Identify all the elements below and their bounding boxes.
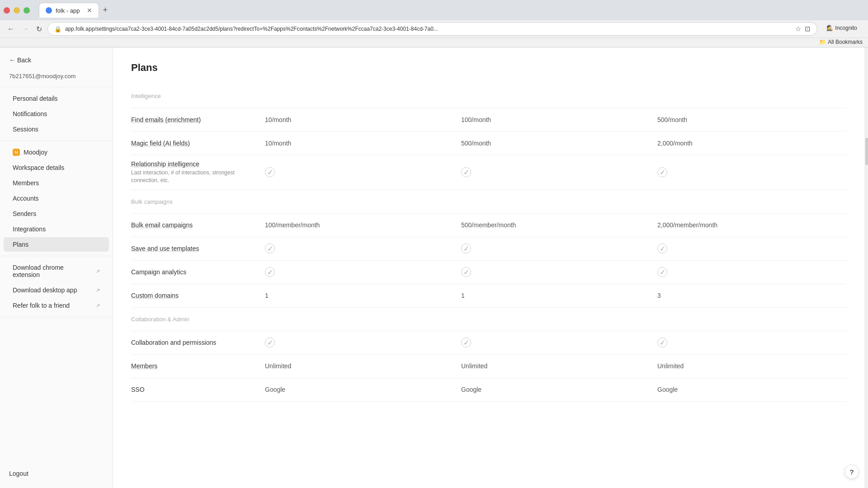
sidebar-label-accounts: Accounts xyxy=(13,195,39,202)
feature-link-magic-field[interactable]: Magic field (AI fields) xyxy=(131,140,190,147)
check-icon: ✓ xyxy=(657,244,667,253)
check-icon: ✓ xyxy=(461,167,471,177)
sidebar-item-integrations[interactable]: Integrations xyxy=(4,222,109,236)
sidebar-divider-2 xyxy=(0,256,113,256)
window-controls xyxy=(4,7,30,14)
feature-link-members[interactable]: Members xyxy=(131,362,157,370)
feature-link-find-emails[interactable]: Find emails (enrichment) xyxy=(131,116,201,123)
feature-name-collab-perms: Collaboration and permissions xyxy=(131,333,258,352)
section-label-intelligence: Intelligence xyxy=(131,87,258,105)
sidebar-item-chrome-extension[interactable]: Download chrome extension ↗ xyxy=(4,260,109,282)
active-tab[interactable]: folk - app ✕ xyxy=(39,3,99,18)
section-header-intelligence: Intelligence xyxy=(131,84,846,108)
feature-name-analytics: Campaign analytics xyxy=(131,263,258,281)
close-button[interactable] xyxy=(4,7,10,14)
feature-row-domains: Custom domains 1 1 3 xyxy=(131,284,846,308)
feature-link-rel-intelligence[interactable]: Relationship intelligence xyxy=(131,160,199,168)
scrollbar[interactable] xyxy=(864,47,868,488)
feature-name-templates: Save and use templates xyxy=(131,239,258,258)
sidebar-label-integrations: Integrations xyxy=(13,225,46,233)
sidebar: ← Back 7b217651@moodjoy.com Personal det… xyxy=(0,47,113,488)
help-button[interactable]: ? xyxy=(844,465,859,479)
new-tab-button[interactable]: + xyxy=(99,4,111,17)
sidebar-divider-1 xyxy=(0,141,113,141)
logout-link[interactable]: Logout xyxy=(0,466,113,481)
feature-value-members-2: Unlimited xyxy=(454,357,650,375)
sidebar-label-senders: Senders xyxy=(13,210,36,217)
external-link-icon-chrome: ↗ xyxy=(96,268,100,274)
sidebar-item-workspace-name[interactable]: M Moodjoy xyxy=(4,145,109,160)
feature-value-sso-2: Google xyxy=(454,380,650,399)
sidebar-item-personal-details[interactable]: Personal details xyxy=(4,91,109,106)
feature-link-domains[interactable]: Custom domains xyxy=(131,292,179,299)
section-label-bulk: Bulk campaigns xyxy=(131,193,258,211)
sidebar-item-notifications[interactable]: Notifications xyxy=(4,107,109,121)
sidebar-item-sessions[interactable]: Sessions xyxy=(4,122,109,136)
maximize-button[interactable] xyxy=(24,7,30,14)
feature-value-domains-2: 1 xyxy=(454,286,650,305)
back-arrow-icon: ← xyxy=(9,56,17,64)
profile-button[interactable]: ⊡ xyxy=(805,25,811,33)
feature-value-collab-2: ✓ xyxy=(454,332,650,353)
section-label-collab: Collaboration & Admin xyxy=(131,310,258,328)
section-bulk-campaigns: Bulk campaigns Bulk email campaigns 100/… xyxy=(131,190,846,308)
address-bar: ← → ↻ 🔒 app.folk.app/settings/ccaa7ca2-3… xyxy=(0,20,868,38)
feature-link-templates[interactable]: Save and use templates xyxy=(131,245,199,252)
feature-value-rel-1: ✓ xyxy=(258,162,454,183)
sidebar-item-desktop-app[interactable]: Download desktop app ↗ xyxy=(4,283,109,297)
title-bar: folk - app ✕ + xyxy=(0,0,868,20)
feature-link-bulk-email[interactable]: Bulk email campaigns xyxy=(131,221,193,229)
feature-row-analytics: Campaign analytics ✓ ✓ ✓ xyxy=(131,261,846,284)
sidebar-label-personal-details: Personal details xyxy=(13,95,58,102)
bookmarks-folder-icon: 📁 xyxy=(819,39,826,45)
all-bookmarks[interactable]: 📁 All Bookmarks xyxy=(819,39,863,45)
feature-value-bulk-1: 100/member/month xyxy=(258,216,454,234)
feature-value-members-3: Unlimited xyxy=(650,357,846,375)
feature-value-domains-3: 3 xyxy=(650,286,846,305)
sidebar-item-workspace-details[interactable]: Workspace details xyxy=(4,160,109,175)
minimize-button[interactable] xyxy=(14,7,20,14)
back-link[interactable]: ← Back xyxy=(0,55,113,71)
sidebar-label-plans: Plans xyxy=(13,241,28,248)
sidebar-item-plans[interactable]: Plans xyxy=(4,237,109,252)
tab-close-button[interactable]: ✕ xyxy=(87,7,92,14)
scroll-thumb[interactable] xyxy=(865,138,868,165)
lock-icon: 🔒 xyxy=(54,26,61,33)
sidebar-item-refer[interactable]: Refer folk to a friend ↗ xyxy=(4,298,109,313)
sidebar-label-members: Members xyxy=(13,179,39,187)
feature-value-bulk-2: 500/member/month xyxy=(454,216,650,234)
url-bar[interactable]: 🔒 app.folk.app/settings/ccaa7ca2-3ce3-40… xyxy=(47,22,817,36)
url-text: app.folk.app/settings/ccaa7ca2-3ce3-4001… xyxy=(65,26,792,32)
back-nav-button[interactable]: ← xyxy=(5,23,16,35)
tab-bar: folk - app ✕ + xyxy=(35,3,115,18)
bookmark-star-button[interactable]: ☆ xyxy=(795,25,801,33)
sidebar-item-members[interactable]: Members xyxy=(4,176,109,190)
sidebar-item-accounts[interactable]: Accounts xyxy=(4,191,109,206)
check-icon: ✓ xyxy=(657,167,667,177)
url-actions: ☆ ⊡ xyxy=(795,25,811,33)
check-icon: ✓ xyxy=(265,244,275,253)
feature-value-collab-3: ✓ xyxy=(650,332,846,353)
feature-value-magic-3: 2,000/month xyxy=(650,134,846,152)
feature-row-collab-perms: Collaboration and permissions ✓ ✓ ✓ xyxy=(131,331,846,355)
browser-extra: 🕵 Incognito xyxy=(821,25,863,33)
feature-value-rel-3: ✓ xyxy=(650,162,846,183)
sidebar-label-notifications: Notifications xyxy=(13,110,47,117)
app-container: ← Back 7b217651@moodjoy.com Personal det… xyxy=(0,47,868,488)
incognito-label: Incognito xyxy=(835,25,857,31)
check-icon: ✓ xyxy=(657,267,667,277)
feature-value-analytics-1: ✓ xyxy=(258,262,454,282)
sidebar-item-senders[interactable]: Senders xyxy=(4,206,109,221)
external-link-icon-desktop: ↗ xyxy=(96,287,100,293)
check-icon: ✓ xyxy=(265,267,275,277)
feature-value-templates-3: ✓ xyxy=(650,238,846,259)
section-header-collab: Collaboration & Admin xyxy=(131,308,846,331)
forward-nav-button[interactable]: → xyxy=(20,23,31,35)
check-icon: ✓ xyxy=(461,267,471,277)
sidebar-label-sessions: Sessions xyxy=(13,126,38,133)
reload-button[interactable]: ↻ xyxy=(34,23,44,35)
main-content: Plans Intelligence Find emails (enrichme… xyxy=(113,47,864,488)
sidebar-label-chrome-extension: Download chrome extension xyxy=(13,264,92,278)
logout-label: Logout xyxy=(9,470,28,477)
feature-row-members: Members Unlimited Unlimited Unlimited xyxy=(131,355,846,378)
